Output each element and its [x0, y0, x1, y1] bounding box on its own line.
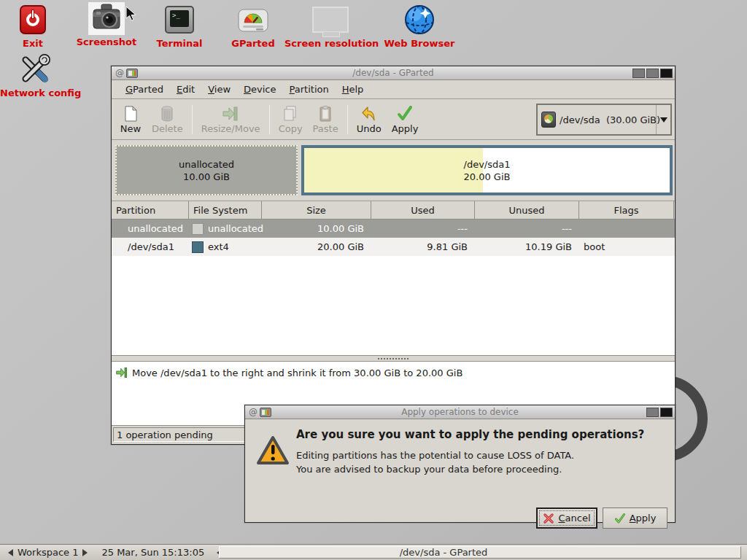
hard-disk-icon	[541, 112, 556, 128]
copy-icon	[282, 105, 299, 122]
desktop-icon-label: Exit	[7, 38, 58, 49]
cell-filesystem: unallocated	[208, 223, 263, 234]
col-used[interactable]: Used	[371, 201, 475, 219]
desktop-icon-web-browser[interactable]: Web Browser	[379, 3, 460, 49]
close-icon[interactable]	[660, 69, 673, 78]
maximize-icon[interactable]	[646, 69, 659, 78]
menu-device[interactable]: Device	[237, 81, 282, 98]
desktop-icon-network-config[interactable]: Network config	[0, 52, 70, 98]
desktop-icon-gparted[interactable]: GParted	[222, 3, 284, 49]
new-button[interactable]: New	[115, 103, 147, 136]
cancel-button[interactable]: Cancel	[536, 508, 597, 529]
desktop: Exit Screenshot >_ Terminal	[0, 0, 747, 560]
desktop-icon-label: GParted	[222, 38, 284, 49]
menu-view[interactable]: View	[201, 81, 237, 98]
apply-button[interactable]: Apply	[387, 103, 424, 136]
crossed-tools-icon	[18, 52, 52, 86]
col-unused[interactable]: Unused	[475, 201, 579, 219]
green-check-icon	[614, 513, 626, 524]
pane-splitter[interactable]	[112, 355, 675, 362]
menu-gparted[interactable]: GParted	[119, 81, 170, 98]
undo-button[interactable]: Undo	[352, 103, 387, 136]
new-document-icon	[122, 105, 139, 122]
menubar: GParted Edit View Device Partition Help	[112, 80, 675, 99]
minimize-icon[interactable]	[632, 69, 645, 78]
desktop-icon-exit[interactable]: Exit	[7, 3, 58, 49]
undo-icon	[360, 105, 378, 122]
splitter-grip-icon	[378, 358, 409, 359]
clock: 25 Mar, Sun 15:13:05	[101, 547, 204, 558]
warning-triangle-icon	[256, 435, 290, 466]
icon-selection-highlight	[88, 2, 125, 35]
workspace-label[interactable]: Workspace 1	[18, 547, 78, 558]
maximize-icon[interactable]	[646, 408, 659, 417]
desktop-icon-screen-resolution[interactable]: Screen resolution	[285, 3, 376, 49]
camera-icon	[91, 3, 122, 32]
operation-text: Move /dev/sda1 to the right and shrink i…	[132, 368, 462, 378]
col-flags[interactable]: Flags	[579, 201, 674, 219]
menu-help[interactable]: Help	[336, 81, 371, 98]
mouse-cursor	[125, 6, 137, 22]
cell-flags	[579, 219, 674, 238]
delete-button[interactable]: Delete	[147, 103, 188, 136]
toolbar: New Delete Resize/Move	[112, 99, 675, 140]
table-row-unallocated[interactable]: unallocated unallocated 10.00 GiB --- --…	[112, 219, 675, 238]
col-partition[interactable]: Partition	[112, 201, 189, 219]
device-path: /dev/sda	[560, 114, 600, 125]
paste-button[interactable]: Paste	[308, 103, 344, 136]
cancel-label: Cancel	[558, 513, 590, 524]
desktop-icon-terminal[interactable]: >_ Terminal	[148, 3, 211, 49]
cell-filesystem: ext4	[208, 241, 229, 252]
cell-partition: unallocated	[112, 219, 189, 238]
cell-flags: boot	[579, 238, 674, 256]
partition-visual-bar: unallocated 10.00 GiB /dev/sda1 20.00 Gi…	[112, 140, 675, 201]
toolbar-separator	[347, 105, 348, 134]
task-button-gparted[interactable]: /dev/sda - GParted	[219, 546, 741, 559]
col-file-system[interactable]: File System	[189, 201, 262, 219]
red-cross-icon	[543, 513, 554, 524]
chevron-down-icon[interactable]	[656, 105, 670, 134]
gparted-window: @ /dev/sda - GParted GParted Edit View D…	[111, 66, 676, 445]
table-row-sda1[interactable]: /dev/sda1 ext4 20.00 GiB 9.81 GiB 10.19 …	[112, 238, 675, 256]
window-title: /dev/sda - GParted	[112, 68, 675, 78]
cell-size: 20.00 GiB	[262, 238, 371, 256]
dialog-titlebar[interactable]: @ Apply operations to device	[245, 405, 675, 419]
gparted-app-icon	[126, 69, 138, 78]
window-menu-icon[interactable]: @	[115, 69, 124, 77]
toolbar-separator	[269, 105, 270, 134]
dialog-heading: Are you sure you want to apply the pendi…	[296, 428, 644, 441]
menu-edit[interactable]: Edit	[170, 81, 201, 98]
cell-used: 9.81 GiB	[371, 238, 475, 256]
resize-move-button[interactable]: Resize/Move	[196, 103, 266, 136]
visual-sda1-block[interactable]: /dev/sda1 20.00 GiB	[301, 145, 673, 195]
close-icon[interactable]	[660, 408, 673, 417]
apply-button[interactable]: Apply	[603, 508, 667, 529]
desktop-icon-label: Terminal	[148, 38, 211, 49]
gparted-titlebar[interactable]: @ /dev/sda - GParted	[112, 66, 675, 80]
operation-item[interactable]: Move /dev/sda1 to the right and shrink i…	[116, 367, 675, 378]
check-icon	[396, 105, 414, 122]
status-text: 1 operation pending	[117, 429, 213, 440]
dialog-text-line: Editing partitions has the potential to …	[296, 450, 574, 461]
device-selector[interactable]: /dev/sda (30.00 GiB)	[536, 104, 672, 136]
apply-dialog: @ Apply operations to device Are you sur…	[244, 405, 676, 523]
cell-partition: /dev/sda1	[112, 238, 189, 256]
task-label: /dev/sda - GParted	[400, 547, 488, 558]
delete-icon	[158, 105, 176, 122]
workspace-prev-icon[interactable]	[4, 549, 13, 556]
terminal-icon: >_	[165, 6, 194, 34]
visual-unallocated-name: unallocated	[179, 158, 234, 171]
cell-size: 10.00 GiB	[262, 219, 371, 238]
visual-unallocated-block[interactable]: unallocated 10.00 GiB	[115, 145, 298, 195]
used-space-fill	[304, 148, 483, 192]
desktop-icon-label: Screenshot	[71, 36, 142, 47]
visual-sda1-size: 20.00 GiB	[464, 171, 511, 183]
window-menu-icon[interactable]: @	[249, 408, 258, 416]
copy-button[interactable]: Copy	[274, 103, 308, 136]
menu-partition[interactable]: Partition	[283, 81, 336, 98]
workspace-next-icon[interactable]	[82, 549, 91, 556]
desktop-icon-label: Network config	[0, 88, 70, 98]
gparted-app-icon	[260, 408, 271, 417]
visual-unallocated-size: 10.00 GiB	[183, 171, 230, 183]
col-size[interactable]: Size	[262, 201, 371, 219]
